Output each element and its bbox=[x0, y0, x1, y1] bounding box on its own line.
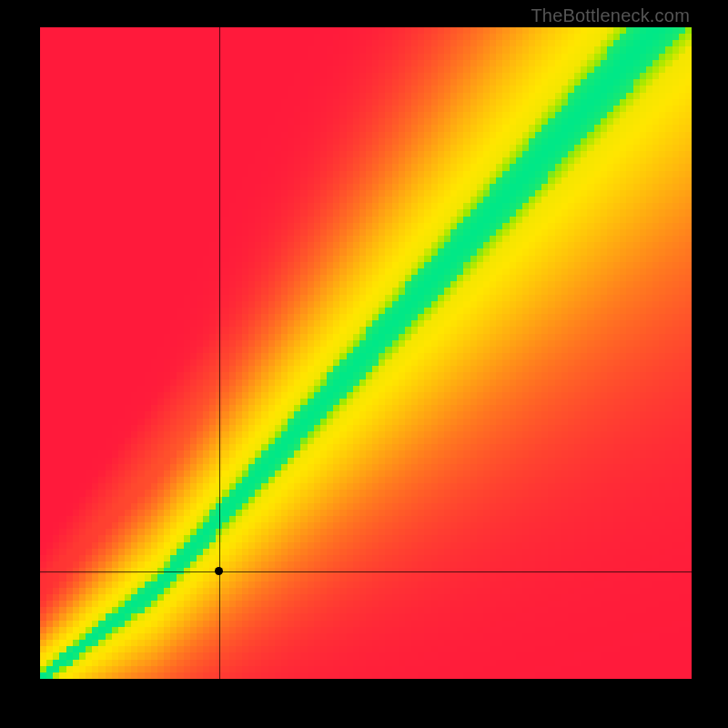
bottleneck-heatmap bbox=[40, 27, 692, 679]
attribution-label: TheBottleneck.com bbox=[531, 5, 690, 26]
plot-area[interactable] bbox=[40, 27, 692, 679]
chart-frame: TheBottleneck.com bbox=[0, 0, 728, 728]
